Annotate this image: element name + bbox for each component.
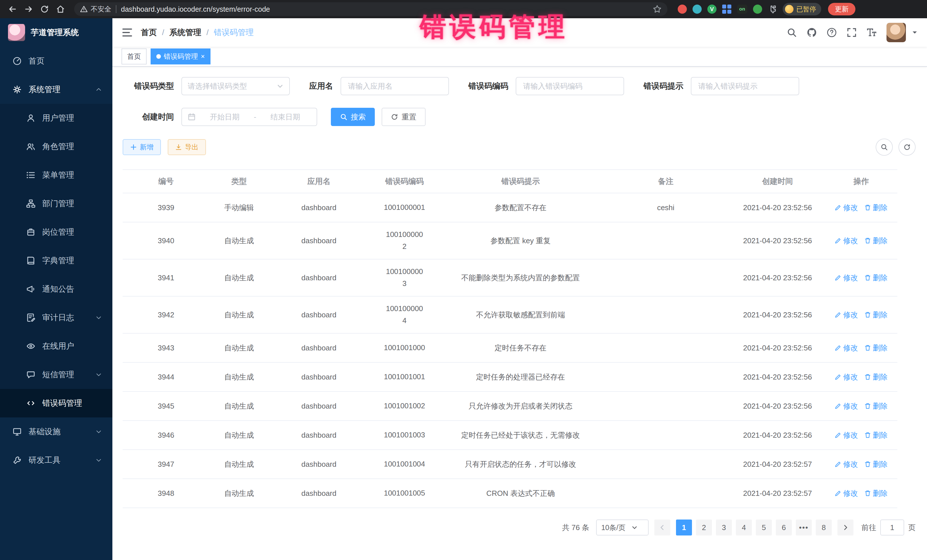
browser-update-button[interactable]: 更新: [828, 3, 856, 15]
page-numbers: 123456•••8: [676, 519, 832, 536]
extension-grid-icon[interactable]: [722, 5, 731, 14]
sidebar-item[interactable]: 研发工具: [0, 446, 112, 475]
tab-error-code[interactable]: 错误码管理 ×: [150, 49, 211, 64]
home-icon[interactable]: [54, 2, 67, 16]
page-button[interactable]: 4: [736, 519, 752, 536]
extensions-puzzle-icon[interactable]: [768, 5, 777, 14]
sidebar-item[interactable]: 字典管理: [0, 246, 112, 275]
cell-app: dashboard: [269, 344, 369, 352]
edit-icon: [834, 490, 842, 497]
breadcrumb-home[interactable]: 首页: [141, 27, 157, 38]
edit-button[interactable]: 修改: [834, 430, 858, 440]
edit-button[interactable]: 修改: [834, 273, 858, 283]
font-size-icon[interactable]: [866, 27, 877, 38]
delete-button[interactable]: 删除: [864, 203, 887, 213]
extension-v-icon[interactable]: V: [707, 5, 716, 14]
edit-icon: [834, 403, 842, 410]
extension-red-icon[interactable]: [678, 5, 687, 14]
delete-button[interactable]: 删除: [864, 489, 887, 498]
export-button[interactable]: 导出: [168, 139, 206, 155]
edit-button[interactable]: 修改: [834, 236, 858, 246]
user-avatar[interactable]: [886, 23, 906, 42]
sidebar-item[interactable]: 在线用户: [0, 332, 112, 360]
forward-icon[interactable]: [22, 2, 35, 16]
sidebar-logo[interactable]: 芋道管理系统: [0, 18, 112, 47]
prev-page-button[interactable]: [654, 519, 670, 536]
delete-button[interactable]: 删除: [864, 310, 887, 320]
cell-actions: 修改删除: [825, 459, 897, 469]
sidebar-item[interactable]: 角色管理: [0, 132, 112, 161]
sidebar-item[interactable]: 首页: [0, 47, 112, 75]
help-icon[interactable]: [827, 27, 837, 38]
cell-id: 3942: [123, 311, 209, 319]
app-name-input[interactable]: [340, 77, 449, 95]
address-bar[interactable]: 不安全 dashboard.yudao.iocoder.cn/system/er…: [74, 2, 667, 16]
bookmark-star-icon[interactable]: [653, 5, 662, 14]
goto-page-input[interactable]: [880, 519, 904, 536]
sidebar-item[interactable]: 错误码管理: [0, 389, 112, 417]
page-button[interactable]: 3: [716, 519, 732, 536]
tab-home[interactable]: 首页: [122, 49, 147, 64]
page-button[interactable]: 8: [816, 519, 832, 536]
delete-button[interactable]: 删除: [864, 273, 887, 283]
edit-button[interactable]: 修改: [834, 372, 858, 382]
reset-button[interactable]: 重置: [381, 108, 426, 126]
extension-green-icon[interactable]: [753, 5, 762, 14]
reload-icon[interactable]: [38, 2, 51, 16]
toggle-search-button[interactable]: [876, 138, 893, 156]
sidebar-item[interactable]: 部门管理: [0, 189, 112, 218]
security-indicator[interactable]: 不安全: [80, 5, 111, 14]
sidebar-item[interactable]: 用户管理: [0, 104, 112, 132]
add-button[interactable]: 新增: [123, 139, 161, 155]
error-type-select[interactable]: 请选择错误码类型: [181, 77, 290, 95]
edit-button[interactable]: 修改: [834, 401, 858, 411]
edit-button[interactable]: 修改: [834, 343, 858, 353]
fullscreen-icon[interactable]: [846, 27, 857, 38]
hamburger-icon[interactable]: [122, 27, 133, 38]
delete-button[interactable]: 删除: [864, 430, 887, 440]
url-text[interactable]: dashboard.yudao.iocoder.cn/system/error-…: [121, 5, 648, 14]
profile-chip[interactable]: 已暂停: [783, 3, 821, 15]
back-icon[interactable]: [6, 2, 20, 16]
sidebar-item[interactable]: 系统管理: [0, 75, 112, 104]
extension-on-badge[interactable]: on: [737, 5, 747, 14]
sidebar-item[interactable]: 短信管理: [0, 360, 112, 389]
refresh-table-button[interactable]: [898, 138, 916, 156]
sidebar-item[interactable]: 通知公告: [0, 275, 112, 304]
extension-teal-icon[interactable]: [693, 5, 702, 14]
delete-button[interactable]: 删除: [864, 343, 887, 353]
edit-button[interactable]: 修改: [834, 489, 858, 498]
delete-button[interactable]: 删除: [864, 459, 887, 469]
cell-created: 2021-04-20 23:52:56: [730, 203, 825, 212]
page-button[interactable]: 1: [676, 519, 692, 536]
delete-button[interactable]: 删除: [864, 236, 887, 246]
page-button[interactable]: 2: [696, 519, 712, 536]
cell-code: 1001001001: [369, 371, 440, 383]
tab-close-icon[interactable]: ×: [201, 53, 205, 60]
sidebar-item[interactable]: 基础设施: [0, 417, 112, 446]
github-icon[interactable]: [807, 27, 817, 38]
sidebar-item[interactable]: 审计日志: [0, 304, 112, 332]
sidebar-item[interactable]: 菜单管理: [0, 161, 112, 189]
page-size-select[interactable]: 10条/页: [596, 519, 649, 536]
pager-ellipsis[interactable]: •••: [796, 519, 812, 536]
error-hint-input[interactable]: [691, 77, 799, 95]
search-button[interactable]: 搜索: [331, 108, 375, 126]
cell-app: dashboard: [269, 237, 369, 245]
edit-button[interactable]: 修改: [834, 459, 858, 469]
delete-button[interactable]: 删除: [864, 401, 887, 411]
cell-hint: 不能删除类型为系统内置的参数配置: [440, 273, 601, 283]
date-range-picker[interactable]: 开始日期 - 结束日期: [181, 108, 317, 126]
sidebar-item[interactable]: 岗位管理: [0, 218, 112, 246]
search-icon[interactable]: [787, 27, 797, 38]
edit-button[interactable]: 修改: [834, 203, 858, 213]
breadcrumb-system[interactable]: 系统管理: [169, 27, 201, 38]
edit-button[interactable]: 修改: [834, 310, 858, 320]
next-page-button[interactable]: [837, 519, 853, 536]
edit-icon: [834, 344, 842, 351]
page-button[interactable]: 5: [756, 519, 772, 536]
page-button[interactable]: 6: [776, 519, 792, 536]
avatar-caret-icon[interactable]: [912, 29, 918, 36]
error-code-input[interactable]: [516, 77, 624, 95]
delete-button[interactable]: 删除: [864, 372, 887, 382]
